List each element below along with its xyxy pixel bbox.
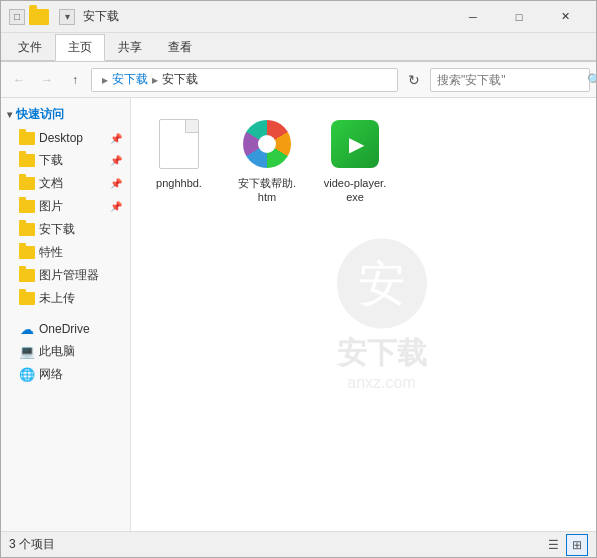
folder-icon	[19, 176, 35, 192]
tab-view[interactable]: 查看	[155, 34, 205, 60]
status-bar: 3 个项目 ☰ ⊞	[1, 531, 596, 557]
watermark-domain: anxz.com	[347, 373, 415, 391]
title-bar-icons: □ ▾	[9, 9, 75, 25]
tab-home[interactable]: 主页	[55, 34, 105, 61]
title-icon-folder	[29, 9, 49, 25]
sidebar-item-anzaixia[interactable]: 安下载	[1, 218, 130, 241]
search-icon[interactable]: 🔍	[587, 73, 597, 87]
watermark: 安 安下载 anxz.com	[337, 238, 427, 391]
sidebar-item-docs[interactable]: 文档 📌	[1, 172, 130, 195]
pc-icon: 💻	[19, 344, 35, 360]
breadcrumb-bar[interactable]: ▸ 安下载 ▸ 安下载	[91, 68, 398, 92]
maximize-button[interactable]: □	[496, 1, 542, 33]
sidebar-item-pc[interactable]: 💻 此电脑	[1, 340, 130, 363]
quick-access-header[interactable]: ▾ 快速访问	[1, 102, 130, 127]
folder-icon	[19, 153, 35, 169]
pin-icon: 📌	[110, 155, 122, 166]
pin-icon: 📌	[110, 133, 122, 144]
minimize-button[interactable]: ─	[450, 1, 496, 33]
status-count: 3 个项目	[9, 536, 542, 553]
file-icon-exe	[331, 114, 379, 174]
chevron-icon: ▾	[7, 109, 12, 120]
up-button[interactable]: ↑	[63, 68, 87, 92]
file-label: 安下载帮助.htm	[235, 176, 299, 205]
refresh-button[interactable]: ↻	[402, 68, 426, 92]
sidebar-item-network[interactable]: 🌐 网络	[1, 363, 130, 386]
watermark-logo: 安	[337, 238, 427, 328]
sidebar-item-label: 网络	[39, 366, 63, 383]
sidebar-item-features[interactable]: 特性	[1, 241, 130, 264]
sidebar-item-label: 此电脑	[39, 343, 75, 360]
file-item-exe[interactable]: video-player.exe	[319, 110, 391, 209]
pin-icon: 📌	[110, 201, 122, 212]
sidebar-item-label: 下载	[39, 152, 63, 169]
folder-icon	[19, 222, 35, 238]
title-bar: □ ▾ 安下载 ─ □ ✕	[1, 1, 596, 33]
sidebar-item-label: Desktop	[39, 131, 83, 145]
file-grid: pnghhbd. 安下载帮助.htm video-player.exe	[143, 110, 584, 209]
sidebar-item-label: OneDrive	[39, 322, 90, 336]
folder-icon	[19, 291, 35, 307]
sidebar-item-label: 安下载	[39, 221, 75, 238]
breadcrumb-current: 安下载	[162, 71, 198, 88]
sidebar-item-imgmgr[interactable]: 图片管理器	[1, 264, 130, 287]
sidebar-item-label: 图片管理器	[39, 267, 99, 284]
sidebar-item-uploaded[interactable]: 未上传	[1, 287, 130, 310]
folder-icon	[19, 245, 35, 261]
view-list-button[interactable]: ☰	[542, 534, 564, 556]
file-item-htm[interactable]: 安下载帮助.htm	[231, 110, 303, 209]
folder-icon	[19, 199, 35, 215]
sidebar-item-label: 未上传	[39, 290, 75, 307]
forward-button[interactable]: →	[35, 68, 59, 92]
sidebar-item-pictures[interactable]: 图片 📌	[1, 195, 130, 218]
address-bar: ← → ↑ ▸ 安下载 ▸ 安下载 ↻ 🔍	[1, 62, 596, 98]
close-button[interactable]: ✕	[542, 1, 588, 33]
network-icon: 🌐	[19, 367, 35, 383]
search-input[interactable]	[437, 73, 587, 87]
back-button[interactable]: ←	[7, 68, 31, 92]
watermark-brand: 安下载	[337, 332, 427, 373]
search-bar[interactable]: 🔍	[430, 68, 590, 92]
window-title: 安下载	[83, 8, 450, 25]
window-controls: ─ □ ✕	[450, 1, 588, 33]
pin-icon: 📌	[110, 178, 122, 189]
ribbon-tabs: 文件 主页 共享 查看	[1, 33, 596, 61]
ribbon: 文件 主页 共享 查看	[1, 33, 596, 62]
main-area: ▾ 快速访问 Desktop 📌 下载 📌 文档 📌 图片 📌 安下载	[1, 98, 596, 531]
file-area: 安 安下载 anxz.com pnghhbd. 安下载帮助.htm	[131, 98, 596, 531]
view-grid-button[interactable]: ⊞	[566, 534, 588, 556]
sidebar-item-label: 文档	[39, 175, 63, 192]
sidebar-item-download[interactable]: 下载 📌	[1, 149, 130, 172]
sidebar-item-label: 特性	[39, 244, 63, 261]
breadcrumb-root[interactable]: 安下载	[112, 71, 148, 88]
folder-icon	[19, 268, 35, 284]
folder-icon	[19, 130, 35, 146]
file-icon-htm	[243, 114, 291, 174]
sidebar-item-onedrive[interactable]: ☁ OneDrive	[1, 318, 130, 340]
file-label: video-player.exe	[323, 176, 387, 205]
title-icon-blank[interactable]: □	[9, 9, 25, 25]
onedrive-icon: ☁	[19, 321, 35, 337]
view-buttons: ☰ ⊞	[542, 534, 588, 556]
breadcrumb-separator: ▸	[152, 73, 158, 87]
title-icon-arrow[interactable]: ▾	[59, 9, 75, 25]
file-icon-blank	[155, 114, 203, 174]
file-item-pnghhbd[interactable]: pnghhbd.	[143, 110, 215, 209]
sidebar: ▾ 快速访问 Desktop 📌 下载 📌 文档 📌 图片 📌 安下载	[1, 98, 131, 531]
sidebar-item-desktop[interactable]: Desktop 📌	[1, 127, 130, 149]
file-label: pnghhbd.	[156, 176, 202, 190]
breadcrumb-chevron: ▸	[102, 73, 108, 87]
quick-access-label: 快速访问	[16, 106, 64, 123]
tab-share[interactable]: 共享	[105, 34, 155, 60]
sidebar-item-label: 图片	[39, 198, 63, 215]
tab-file[interactable]: 文件	[5, 34, 55, 60]
